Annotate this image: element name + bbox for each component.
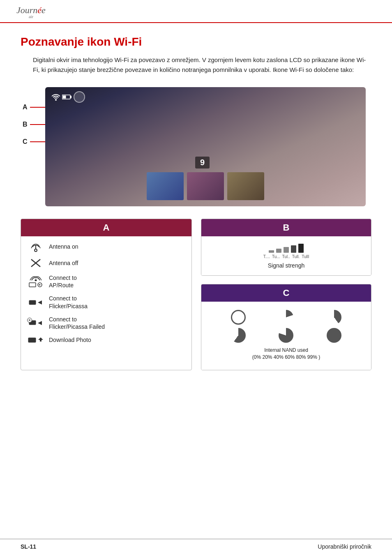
antenna-off-row: Antenna off	[28, 258, 185, 268]
failed-box-wrapper: ×	[29, 319, 36, 326]
connect-failed-icon-cell: ×	[28, 319, 44, 326]
connect-failed-row: × Connect toFlicker/Picassa Failed	[28, 316, 185, 330]
sig-label-2: Tu...	[272, 254, 280, 259]
download-box-icon	[28, 337, 36, 343]
sig-bar-3	[284, 247, 289, 253]
antenna-on-icon-cell	[28, 241, 44, 252]
svg-rect-14	[28, 338, 36, 342]
box-bc-column: B	[201, 219, 371, 370]
nand-circle-40	[327, 310, 341, 325]
photo-thumb-2	[187, 172, 224, 200]
flicker-box-icon	[29, 300, 36, 305]
svg-point-0	[55, 99, 57, 101]
connect-flicker-label: Connect toFlicker/Picassa	[49, 295, 88, 309]
connect-failed-icons: ×	[29, 319, 43, 326]
sig-label-5: Tulll	[302, 254, 309, 259]
box-b: B	[201, 219, 371, 276]
box-b-header: B	[201, 219, 371, 236]
box-a-header: A	[21, 219, 191, 236]
sig-group-5	[298, 244, 304, 253]
label-a: A	[23, 104, 28, 111]
photo-thumb-3	[227, 172, 264, 200]
flicker-arrow-icon	[37, 300, 43, 305]
photo-thumbnails	[147, 172, 264, 200]
svg-marker-13	[38, 321, 42, 325]
photo-thumb-1	[147, 172, 184, 200]
connect-ap-label: Connect toAP/Route	[49, 274, 77, 289]
svg-rect-16	[40, 340, 42, 342]
connect-flicker-row: Connect toFlicker/Picassa	[28, 295, 185, 309]
signal-bars-row	[208, 241, 364, 254]
nand-circles-grid	[208, 307, 364, 344]
device-screen: 9	[45, 87, 366, 206]
failed-arrow-icon	[37, 320, 43, 326]
signal-bar-labels: T.... Tu... Tul.. Tull. Tulll	[208, 254, 364, 260]
sig-bar-1	[269, 250, 274, 253]
sig-bar-4	[291, 245, 296, 253]
label-b: B	[23, 121, 28, 128]
svg-rect-10	[29, 300, 36, 305]
antenna-on-row: Antenna on	[28, 241, 185, 252]
status-icons	[51, 91, 85, 103]
antenna-on-label: Antenna on	[49, 243, 78, 250]
download-icons	[28, 337, 44, 343]
page-footer: SL-11 Uporabniški priročnik	[0, 539, 392, 554]
nand-circle-99	[327, 328, 341, 343]
wifi-status-icon	[51, 93, 60, 101]
antenna-on-icon	[30, 241, 42, 252]
sig-group-2	[276, 249, 281, 253]
photo-count-badge: 9	[195, 157, 210, 169]
nand-circle-60	[231, 328, 246, 343]
antenna-off-icon	[30, 258, 42, 268]
download-row: Download Photo	[28, 336, 185, 344]
box-b-body: T.... Tu... Tul.. Tull. Tulll Signal str…	[201, 236, 371, 275]
connect-flicker-icon-cell	[28, 300, 44, 305]
box-a-body: Antenna on Antenna off	[21, 236, 191, 354]
info-boxes-row: A Antenna on	[21, 219, 371, 370]
logo-text: Journée air	[16, 5, 46, 19]
sig-label-4: Tull.	[292, 254, 300, 259]
nand-circle-80	[279, 328, 293, 343]
page-title: Poznavanje ikon Wi-Fi	[21, 35, 371, 48]
download-label: Download Photo	[49, 336, 91, 344]
svg-point-4	[35, 249, 37, 252]
connect-failed-label: Connect toFlicker/Picassa Failed	[49, 316, 105, 330]
signal-label: Signal strengh	[208, 260, 364, 270]
memory-status-icon	[62, 94, 72, 100]
download-arrow-icon	[37, 337, 44, 343]
box-c-header: C	[201, 284, 371, 302]
x-badge-text: ×	[28, 318, 30, 322]
connect-ap-bottom	[29, 282, 43, 288]
connect-flicker-icons	[29, 300, 43, 305]
connect-ap-icon-cell	[28, 275, 44, 288]
footer-manual-label: Uporabniški priročnik	[318, 543, 371, 550]
sig-label-3: Tul..	[282, 254, 290, 259]
label-c: C	[23, 138, 28, 145]
box-a: A Antenna on	[21, 219, 192, 370]
sig-group-3	[284, 247, 289, 253]
nand-circle-20	[279, 310, 293, 325]
antenna-off-label: Antenna off	[49, 259, 78, 267]
svg-rect-3	[63, 96, 66, 99]
logo: Journée air	[16, 5, 46, 19]
sig-bar-2	[276, 249, 281, 253]
nand-label: Internal NAND used(0% 20% 40% 60% 80% 99…	[208, 344, 364, 365]
box-c-body: Internal NAND used(0% 20% 40% 60% 80% 99…	[201, 302, 371, 370]
sig-label-1: T....	[263, 254, 270, 259]
svg-marker-15	[38, 337, 43, 340]
memory-circle-icon	[74, 91, 85, 103]
sig-bar-5	[298, 244, 304, 253]
ap-box-icon	[29, 282, 36, 287]
nand-circle-0	[231, 310, 246, 325]
sig-group-4	[291, 245, 296, 253]
ap-arrow-icon	[37, 282, 43, 288]
footer-page-number: SL-11	[21, 543, 36, 550]
antenna-off-icon-cell	[28, 258, 44, 268]
connect-ap-icon-top	[29, 275, 42, 281]
device-image-area: A B C	[45, 87, 371, 206]
main-content: Poznavanje ikon Wi-Fi Digitalni okvir im…	[0, 23, 392, 387]
box-c: C Internal NAND used(0% 20% 40% 60% 80% …	[201, 284, 371, 370]
intro-text: Digitalni okvir ima tehnologijo Wi-Fi za…	[33, 55, 371, 75]
svg-point-7	[35, 279, 37, 282]
page-header: Journée air	[0, 0, 392, 23]
